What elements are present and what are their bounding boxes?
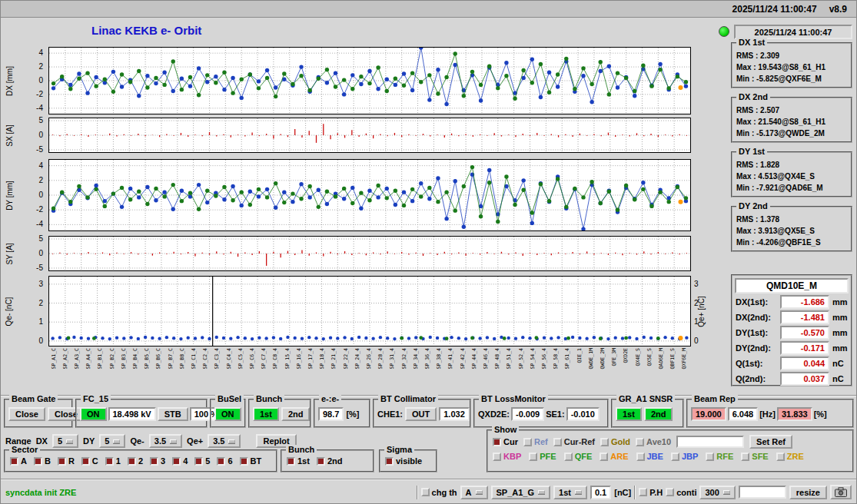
checkbox-label: Ref [534,437,548,446]
dy-plot-svg [49,160,690,230]
checkbox-5[interactable]: 5 [194,456,210,466]
range-dy-select[interactable]: 5 [99,434,125,448]
x-axis-label: SP_31_4 [390,348,395,369]
sx-axis-label: SX [A] [2,118,16,153]
checkbox-cur-ref[interactable]: Cur-Ref [553,437,595,446]
checkbox-indicator [385,457,394,466]
checkbox-r[interactable]: R [58,456,75,466]
x-axis-label: SP_21_4 [331,348,337,369]
qmd-row-label: DX(2nd): [736,313,777,322]
dy-plot [48,159,691,231]
points-select[interactable]: 300 [699,486,735,499]
checkbox-label: 2 [138,456,143,466]
checkbox-b[interactable]: B [34,456,51,466]
stat-line: Min : -4.206@QBF1E_S [736,237,847,248]
x-axis-label: SP_B3_C [121,348,127,369]
checkbox-jbp[interactable]: JBP [671,452,698,461]
bunch-2nd-button[interactable]: 2nd [281,407,311,421]
bunch-1st-button[interactable]: 1st [253,407,279,421]
checkbox-gold[interactable]: Gold [600,437,630,446]
chg-th-checkbox[interactable]: chg th [421,488,457,497]
qxd2e-display: -0.009 [511,407,544,421]
checkbox-a[interactable]: A [10,456,27,466]
range-dx-select[interactable]: 5 [52,434,78,448]
sector-select[interactable]: A [460,486,488,499]
checkbox-indicator [636,438,644,446]
fc15-on-button[interactable]: ON [80,407,107,421]
stats-frame-dy-2nd: DY 2ndRMS : 1.378Max : 3.913@QX5E_SMin :… [731,206,852,252]
checkbox-label: C [92,456,98,466]
checkbox-ave10[interactable]: Ave10 [636,437,671,446]
x-axis-label: QWDE_2M [600,348,606,369]
sx-axis-label-text: SX [A] [5,124,14,146]
checkbox-indicator [58,457,66,466]
checkbox-bt[interactable]: BT [240,456,262,466]
checkbox-2[interactable]: 2 [128,456,143,466]
checkbox-cur[interactable]: Cur [493,437,518,446]
sx-plot-svg [49,118,690,152]
beam-gate-close-button-1[interactable]: Close [8,407,45,421]
x-axis-label: SP_C3_4 [214,348,220,369]
ph-label: P.H [649,488,663,497]
che1-label: CHE1: [377,410,403,419]
checkbox-pfe[interactable]: PFE [529,452,556,461]
checkbox-visible[interactable]: visible [385,456,422,466]
checkbox-1[interactable]: 1 [105,456,121,466]
x-axis-label: QX5E_S [647,348,653,366]
threshold-value-field[interactable]: 0.1 [590,486,611,499]
checkbox-rfe[interactable]: RFE [706,452,733,461]
x-axis-label: SP_26_4 [367,348,372,369]
status-led-icon [719,26,729,37]
checkbox-qfe[interactable]: QFE [564,452,593,461]
checkbox-2nd[interactable]: 2nd [317,456,343,466]
checkbox-ref[interactable]: Ref [523,437,548,446]
bunch-select[interactable]: 1st [553,486,587,499]
checkbox-sfe[interactable]: SFE [741,452,768,461]
beam-rep-percent-display: 31.833 [777,407,812,421]
qe-plus-axis-label-text: Qe+ [nC] [697,296,706,327]
checkbox-6[interactable]: 6 [217,456,232,466]
checkbox-indicator [741,453,749,461]
range-qe-plus-select[interactable]: 3.5 [208,434,241,448]
show-row2-checkboxes: KBPPFEQFEAREJBEJBPRFESFEZRE [493,452,804,461]
x-axis-label: SP_42_4 [460,348,466,369]
ph-checkbox[interactable]: P.H [639,488,663,497]
checkbox-kbp[interactable]: KBP [493,452,521,461]
checkbox-indicator [523,438,532,446]
checkbox-3[interactable]: 3 [150,456,165,466]
bunch-frame-label: Bunch [254,394,284,404]
stat-line: RMS : 1.378 [736,214,847,225]
gr-a1-2nd-button[interactable]: 2nd [644,407,673,421]
status-entry[interactable] [739,486,786,499]
set-ref-button[interactable]: Set Ref [749,435,792,449]
checkbox-jbe[interactable]: JBE [636,452,663,461]
checkbox-indicator [776,453,785,461]
gr-a1-1st-button[interactable]: 1st [616,407,642,421]
snapshot-button[interactable] [830,485,852,499]
sy-plot [48,236,691,271]
checkbox-label: Cur-Ref [564,437,595,446]
range-qe-plus-label: Qe+ [187,436,203,446]
busel-on-button[interactable]: ON [214,407,241,421]
beam-rep-hz-unit: [Hz] [759,410,776,419]
checkbox-indicator [81,457,90,466]
conti-checkbox[interactable]: conti [666,488,696,497]
checkbox-are[interactable]: ARE [600,452,628,461]
checkbox-c[interactable]: C [81,456,98,466]
qmd-row-value: -1.481 [780,310,829,324]
y-tick-label: 0 [38,131,43,139]
range-qe-minus-select[interactable]: 3.5 [149,434,182,448]
checkbox-4[interactable]: 4 [172,456,188,466]
x-axis-label: SP_54_4 [530,348,536,369]
checkbox-zre[interactable]: ZRE [776,452,804,461]
fc15-stb-button[interactable]: STB [158,407,188,421]
che1-out-button[interactable]: OUT [405,407,437,421]
stat-line: Max : 3.913@QX5E_S [736,225,847,237]
checkbox-1st[interactable]: 1st [287,456,310,466]
ref-file-entry[interactable] [676,436,744,448]
monitor-select[interactable]: SP_A1_G [491,486,551,499]
beam-rep-frame-label: Beam Rep [692,394,738,404]
y-tick-label: -4 [36,103,43,111]
x-axis-label: SP_B7_C [168,348,174,369]
resize-button[interactable]: resize [789,486,827,499]
